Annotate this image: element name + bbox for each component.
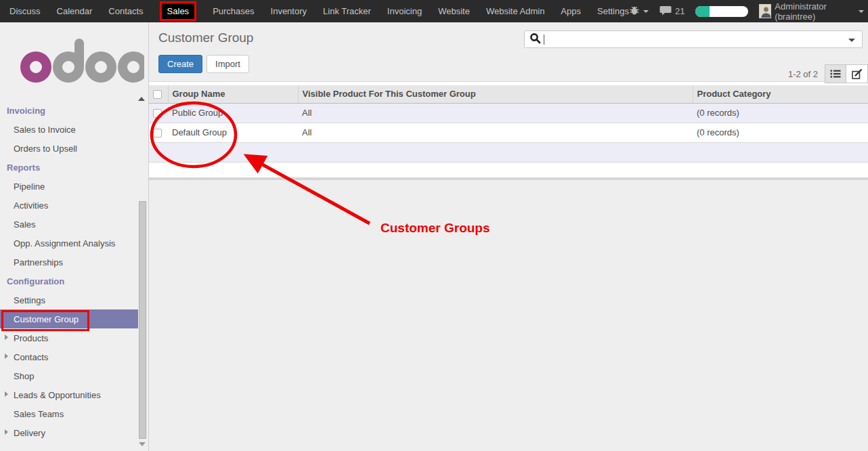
timer-progress-bar — [695, 6, 748, 17]
import-button[interactable]: Import — [207, 55, 249, 73]
row-checkbox[interactable] — [153, 129, 162, 137]
odoo-logo[interactable] — [0, 22, 148, 91]
nav-item-calendar[interactable]: Calendar — [57, 6, 93, 16]
sidebar-item-shop[interactable]: Shop — [0, 366, 148, 385]
timer-progress-fill — [695, 6, 710, 17]
empty-background — [149, 180, 868, 451]
cell-group-name[interactable]: Default Group — [168, 123, 298, 142]
odoo-app-window: Discuss Calendar Contacts Sales Purchase… — [0, 0, 868, 451]
column-header-group-name[interactable]: Group Name — [168, 85, 298, 103]
messages-count: 21 — [675, 6, 685, 16]
top-nav-bar: Discuss Calendar Contacts Sales Purchase… — [0, 0, 868, 22]
sidebar-item-partnerships[interactable]: Partnerships — [0, 253, 148, 272]
nav-item-settings[interactable]: Settings — [597, 6, 629, 16]
sidebar-heading-invoicing: Invoicing — [0, 101, 148, 120]
nav-item-discuss[interactable]: Discuss — [9, 6, 41, 16]
table-header-row: Group Name Visible Product For This Cust… — [149, 85, 868, 103]
sidebar-item-products[interactable]: Products — [0, 328, 148, 347]
nav-item-website-admin[interactable]: Website Admin — [486, 6, 544, 16]
page-title: Customer Group — [158, 30, 253, 45]
nav-item-contacts[interactable]: Contacts — [108, 6, 143, 16]
sidebar-scrollbar[interactable] — [139, 201, 146, 439]
form-view-button[interactable] — [846, 64, 868, 83]
nav-item-purchases[interactable]: Purchases — [213, 6, 254, 16]
cell-visible-product[interactable]: All — [298, 103, 693, 123]
sidebar-item-sales[interactable]: Sales — [0, 215, 148, 234]
scroll-down-icon[interactable] — [139, 442, 146, 446]
main-panel: Customer Group Create Import — [149, 22, 868, 451]
control-panel-right: 1-2 of 2 — [524, 30, 868, 81]
column-header-product-category[interactable]: Product Category — [693, 85, 868, 103]
sidebar-item-leads-opportunities[interactable]: Leads & Opportunities — [0, 385, 148, 404]
sidebar-item-orders-to-upsell[interactable]: Orders to Upsell — [0, 139, 148, 158]
sidebar-item-customer-group[interactable]: Customer Group — [0, 309, 138, 328]
search-input[interactable] — [544, 31, 846, 47]
user-menu[interactable]: Administrator (braintree) — [759, 1, 864, 22]
nav-item-invoicing[interactable]: Invoicing — [387, 6, 422, 16]
bug-icon — [629, 5, 640, 18]
list-view-button[interactable] — [825, 64, 846, 83]
expand-arrow-icon[interactable] — [5, 335, 8, 340]
table-empty-row — [149, 162, 868, 177]
nav-item-apps[interactable]: Apps — [561, 6, 581, 16]
row-select-cell — [149, 103, 168, 123]
column-header-visible-product[interactable]: Visible Product For This Customer Group — [298, 85, 693, 103]
control-panel: Customer Group Create Import — [149, 22, 868, 82]
row-checkbox[interactable] — [153, 109, 162, 118]
top-nav-menu: Discuss Calendar Contacts Sales Purchase… — [0, 0, 629, 22]
top-nav-systray: 21 Administrator (braintree) — [629, 0, 868, 22]
debug-menu[interactable] — [629, 5, 649, 18]
avatar — [759, 4, 771, 18]
expand-arrow-icon[interactable] — [5, 353, 8, 359]
nav-item-link-tracker[interactable]: Link Tracker — [323, 6, 371, 16]
table-row[interactable]: Public Group All (0 records) — [149, 103, 868, 123]
list-view: Group Name Visible Product For This Cust… — [149, 82, 868, 180]
pager-row: 1-2 of 2 — [788, 64, 868, 83]
sidebar-item-opp-assignment-analysis[interactable]: Opp. Assignment Analysis — [0, 234, 148, 253]
expand-arrow-icon[interactable] — [5, 391, 8, 397]
search-box — [524, 30, 863, 48]
create-button[interactable]: Create — [158, 55, 202, 73]
chevron-down-icon — [643, 10, 649, 13]
row-select-cell — [149, 123, 168, 142]
chevron-down-icon — [859, 10, 864, 13]
nav-item-sales[interactable]: Sales — [160, 1, 197, 21]
nav-item-website[interactable]: Website — [438, 6, 470, 16]
sidebar-item-activities[interactable]: Activities — [0, 196, 148, 215]
table-empty-row — [149, 142, 868, 162]
sidebar-item-settings[interactable]: Settings — [0, 291, 148, 309]
sidebar-item-sales-to-invoice[interactable]: Sales to Invoice — [0, 120, 148, 139]
select-all-checkbox[interactable] — [153, 90, 162, 99]
select-all-cell — [149, 85, 168, 103]
search-filters-caret-icon[interactable] — [848, 39, 855, 42]
sidebar-item-sales-teams[interactable]: Sales Teams — [0, 404, 148, 423]
messages-menu[interactable]: 21 — [659, 5, 685, 18]
cell-product-category[interactable]: (0 records) — [693, 123, 868, 142]
sidebar-heading-configuration: Configuration — [0, 272, 148, 291]
user-name: Administrator (braintree) — [775, 1, 855, 22]
sidebar-heading-reports: Reports — [0, 158, 148, 177]
cell-group-name[interactable]: Public Group — [168, 103, 298, 123]
sidebar-item-delivery[interactable]: Delivery — [0, 423, 148, 442]
cell-visible-product[interactable]: All — [298, 123, 693, 142]
content-area: Invoicing Sales to Invoice Orders to Ups… — [0, 22, 868, 451]
table-row[interactable]: Default Group All (0 records) — [149, 123, 868, 142]
pager-range: 1-2 of 2 — [788, 69, 818, 79]
scroll-up-icon[interactable] — [138, 97, 145, 101]
sidebar: Invoicing Sales to Invoice Orders to Ups… — [0, 22, 149, 451]
control-panel-left: Customer Group Create Import — [158, 30, 253, 81]
view-switcher — [825, 64, 868, 83]
sidebar-item-contacts[interactable]: Contacts — [0, 347, 148, 366]
expand-arrow-icon[interactable] — [5, 429, 8, 435]
cell-product-category[interactable]: (0 records) — [693, 103, 868, 123]
chat-bubble-icon — [659, 5, 672, 18]
action-buttons: Create Import — [158, 55, 253, 73]
nav-item-inventory[interactable]: Inventory — [271, 6, 307, 16]
sidebar-menu: Invoicing Sales to Invoice Orders to Ups… — [0, 91, 148, 442]
search-icon — [529, 33, 541, 46]
sidebar-item-pipeline[interactable]: Pipeline — [0, 177, 148, 196]
